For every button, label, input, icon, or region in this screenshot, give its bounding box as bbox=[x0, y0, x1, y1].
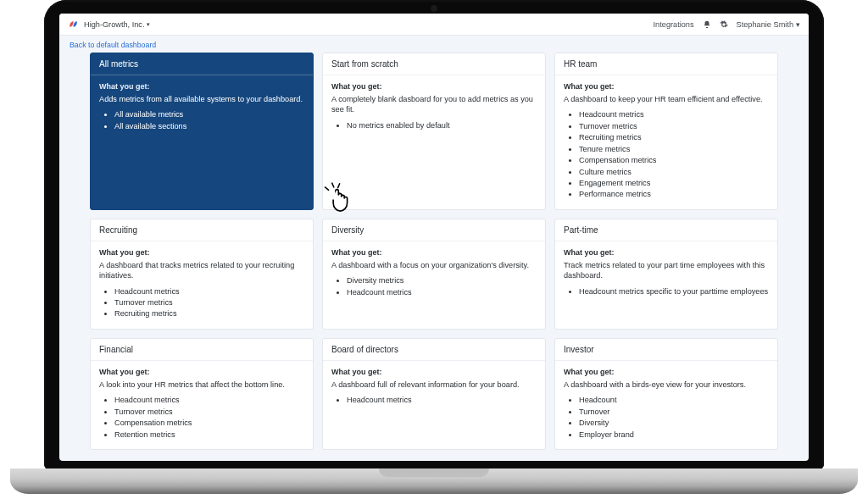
org-switcher[interactable]: High-Growth, Inc. ▾ bbox=[84, 20, 150, 29]
card-title: All metrics bbox=[91, 53, 313, 75]
template-card[interactable]: DiversityWhat you get:A dashboard with a… bbox=[322, 219, 546, 330]
chevron-down-icon: ▾ bbox=[796, 19, 800, 29]
card-item: Performance metrics bbox=[579, 189, 769, 199]
template-card[interactable]: Board of directorsWhat you get:A dashboa… bbox=[322, 338, 546, 450]
template-card[interactable]: FinancialWhat you get:A look into your H… bbox=[90, 338, 314, 450]
card-title: Part-time bbox=[555, 219, 777, 241]
card-body: What you get:Adds metrics from all avail… bbox=[91, 75, 313, 141]
card-description: A dashboard with a birds-eye view for yo… bbox=[564, 380, 769, 390]
what-you-get-label: What you get: bbox=[331, 248, 537, 257]
card-items: No metrics enabled by default bbox=[331, 120, 537, 130]
card-items: Headcount metrics bbox=[331, 395, 537, 405]
card-item: Tenure metrics bbox=[579, 144, 769, 154]
card-item: Turnover metrics bbox=[579, 121, 769, 131]
topbar: High-Growth, Inc. ▾ Integrations Stephan… bbox=[59, 14, 809, 36]
card-title: Financial bbox=[91, 339, 313, 361]
what-you-get-label: What you get: bbox=[331, 82, 537, 91]
card-item: Headcount metrics bbox=[114, 395, 304, 405]
card-body: What you get:A dashboard to keep your HR… bbox=[555, 75, 777, 209]
template-card[interactable]: Part-timeWhat you get:Track metrics rela… bbox=[554, 219, 778, 330]
card-description: A completely blank dasboard for you to a… bbox=[331, 94, 537, 115]
template-card[interactable]: All metricsWhat you get:Adds metrics fro… bbox=[90, 53, 314, 210]
card-body: What you get:A look into your HR metrics… bbox=[91, 361, 313, 449]
back-link[interactable]: Back to default dashboard bbox=[70, 41, 156, 49]
card-item: Culture metrics bbox=[579, 167, 769, 177]
card-items: Headcount metricsTurnover metricsRecruit… bbox=[564, 109, 769, 199]
card-item: Turnover bbox=[579, 407, 769, 417]
what-you-get-label: What you get: bbox=[331, 368, 537, 376]
card-item: Headcount metrics bbox=[347, 395, 537, 405]
what-you-get-label: What you get: bbox=[99, 368, 304, 376]
card-item: Compensation metrics bbox=[114, 418, 304, 428]
card-item: Compensation metrics bbox=[579, 155, 769, 165]
gear-icon[interactable] bbox=[720, 20, 728, 29]
card-description: A dashboard with a focus on your organiz… bbox=[331, 260, 537, 270]
card-items: Diversity metricsHeadcount metrics bbox=[331, 275, 537, 297]
template-card[interactable]: InvestorWhat you get:A dashboard with a … bbox=[554, 338, 778, 450]
card-item: Diversity metrics bbox=[347, 275, 537, 286]
user-menu[interactable]: Stephanie Smith ▾ bbox=[737, 19, 800, 29]
app-screen: High-Growth, Inc. ▾ Integrations Stephan… bbox=[59, 14, 809, 461]
card-item: Turnover metrics bbox=[114, 407, 304, 417]
user-name: Stephanie Smith bbox=[737, 20, 793, 29]
card-items: Headcount metricsTurnover metricsCompens… bbox=[99, 395, 304, 440]
card-description: A dashboard full of relevant information… bbox=[331, 380, 537, 390]
card-body: What you get:A dashboard with a birds-ey… bbox=[555, 361, 777, 449]
card-title: Recruiting bbox=[91, 219, 313, 241]
card-body: What you get:A completely blank dasboard… bbox=[323, 75, 545, 140]
org-name: High-Growth, Inc. bbox=[84, 20, 144, 29]
card-description: A dashboard to keep your HR team efficie… bbox=[564, 94, 769, 104]
card-item: Headcount metrics bbox=[579, 109, 769, 119]
card-items: All available metricsAll available secti… bbox=[99, 109, 304, 131]
card-items: Headcount metrics specific to your partt… bbox=[564, 286, 769, 297]
template-card[interactable]: Start from scratchWhat you get:A complet… bbox=[322, 53, 546, 210]
card-items: Headcount metricsTurnover metricsRecruit… bbox=[99, 286, 304, 319]
card-item: Headcount metrics bbox=[347, 287, 537, 297]
card-item: No metrics enabled by default bbox=[347, 120, 537, 130]
app-logo-icon bbox=[68, 19, 79, 30]
card-description: A look into your HR metrics that affect … bbox=[99, 380, 304, 390]
card-description: Adds metrics from all available systems … bbox=[99, 94, 304, 104]
template-card[interactable]: RecruitingWhat you get:A dashboard that … bbox=[90, 219, 314, 330]
card-item: Turnover metrics bbox=[114, 297, 304, 308]
template-grid: All metricsWhat you get:Adds metrics fro… bbox=[59, 53, 809, 461]
card-title: Diversity bbox=[323, 219, 545, 241]
card-title: Board of directors bbox=[323, 339, 545, 361]
card-item: Diversity bbox=[579, 418, 769, 428]
card-item: Recruiting metrics bbox=[114, 308, 304, 319]
card-item: All available metrics bbox=[114, 109, 304, 119]
card-title: Investor bbox=[555, 339, 777, 361]
card-item: All available sections bbox=[114, 121, 304, 131]
chevron-down-icon: ▾ bbox=[147, 21, 150, 28]
card-item: Engagement metrics bbox=[579, 178, 769, 188]
bell-icon[interactable] bbox=[703, 20, 711, 29]
card-body: What you get:A dashboard with a focus on… bbox=[323, 241, 545, 307]
what-you-get-label: What you get: bbox=[564, 368, 769, 376]
card-item: Headcount metrics specific to your partt… bbox=[579, 286, 769, 297]
card-item: Employer brand bbox=[579, 430, 769, 440]
card-item: Retention metrics bbox=[114, 430, 304, 440]
card-item: Headcount bbox=[579, 395, 769, 405]
what-you-get-label: What you get: bbox=[99, 82, 304, 91]
card-body: What you get:Track metrics related to yo… bbox=[555, 241, 777, 306]
card-description: Track metrics related to your part time … bbox=[564, 260, 769, 281]
card-items: HeadcountTurnoverDiversityEmployer brand bbox=[564, 395, 769, 440]
template-card[interactable]: HR teamWhat you get:A dashboard to keep … bbox=[554, 53, 778, 210]
card-body: What you get:A dashboard that tracks met… bbox=[91, 241, 313, 329]
laptop-base bbox=[10, 469, 858, 494]
card-item: Headcount metrics bbox=[114, 286, 304, 297]
card-title: HR team bbox=[555, 53, 777, 75]
what-you-get-label: What you get: bbox=[99, 248, 304, 257]
what-you-get-label: What you get: bbox=[564, 82, 769, 91]
card-body: What you get:A dashboard full of relevan… bbox=[323, 361, 545, 415]
card-item: Recruiting metrics bbox=[579, 132, 769, 142]
laptop-camera-dot bbox=[431, 5, 437, 12]
what-you-get-label: What you get: bbox=[564, 248, 769, 257]
card-title: Start from scratch bbox=[323, 53, 545, 75]
card-description: A dashboard that tracks metrics related … bbox=[99, 260, 304, 281]
integrations-link[interactable]: Integrations bbox=[654, 20, 694, 29]
